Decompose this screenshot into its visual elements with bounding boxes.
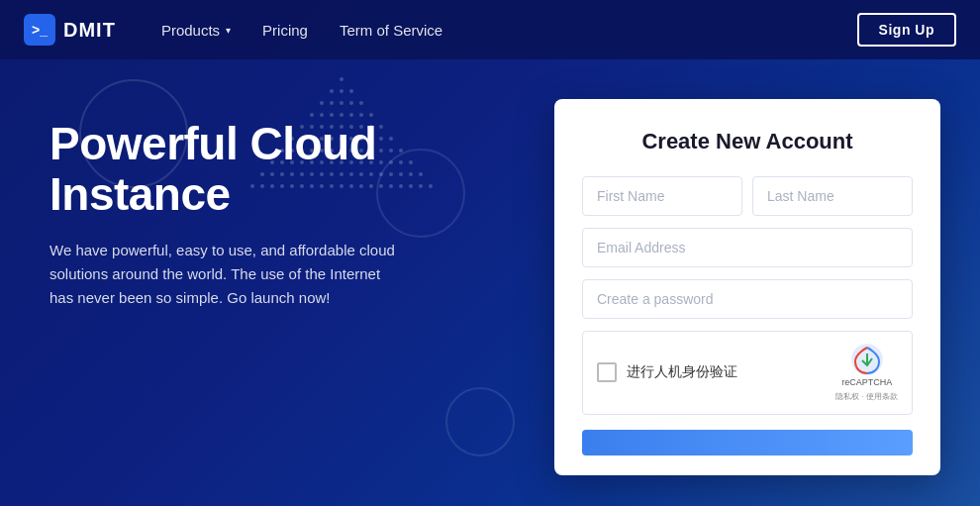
brand: >_ DMIT (24, 14, 116, 46)
first-name-input[interactable] (582, 176, 742, 216)
hero-title: Powerful CloudInstance (49, 119, 525, 219)
nav-products-label: Products (161, 22, 220, 39)
hero-section: Powerful CloudInstance We have powerful,… (49, 109, 525, 310)
email-input[interactable] (582, 228, 913, 267)
recaptcha-left: 进行人机身份验证 (597, 362, 737, 382)
nav-pricing-label: Pricing (262, 22, 308, 39)
hero-subtitle: We have powerful, easy to use, and affor… (49, 239, 406, 310)
nav-links: Products ▾ Pricing Term of Service (147, 14, 857, 47)
recaptcha-logo-icon (851, 344, 883, 375)
email-group (582, 228, 913, 267)
navbar: >_ DMIT Products ▾ Pricing Term of Servi… (0, 0, 980, 59)
nav-tos-label: Term of Service (340, 22, 442, 39)
name-row (582, 176, 913, 216)
register-card: Create New Account 进行人机身份验证 (554, 99, 940, 475)
recaptcha-label: 进行人机身份验证 (627, 363, 737, 381)
password-group (582, 279, 913, 319)
chevron-down-icon: ▾ (226, 25, 231, 36)
signup-button[interactable]: Sign Up (857, 13, 956, 47)
navbar-right: Sign Up (857, 13, 956, 47)
nav-tos[interactable]: Term of Service (326, 14, 456, 47)
main-content: Powerful CloudInstance We have powerful,… (0, 59, 980, 506)
recaptcha-checkbox[interactable] (597, 362, 617, 382)
nav-products[interactable]: Products ▾ (147, 14, 245, 47)
recaptcha-privacy-text: 隐私权 · 使用条款 (835, 391, 898, 402)
recaptcha-right: reCAPTCHA 隐私权 · 使用条款 (835, 344, 898, 402)
submit-button[interactable] (582, 430, 913, 455)
last-name-input[interactable] (752, 176, 913, 216)
recaptcha-brand-text: reCAPTCHA (841, 377, 892, 389)
password-input[interactable] (582, 279, 913, 319)
brand-name: DMIT (63, 19, 116, 42)
nav-pricing[interactable]: Pricing (248, 14, 322, 47)
brand-icon: >_ (24, 14, 55, 46)
recaptcha-box: 进行人机身份验证 reCAPTCHA 隐私权 · 使用条款 (582, 331, 913, 415)
register-title: Create New Account (582, 129, 913, 154)
